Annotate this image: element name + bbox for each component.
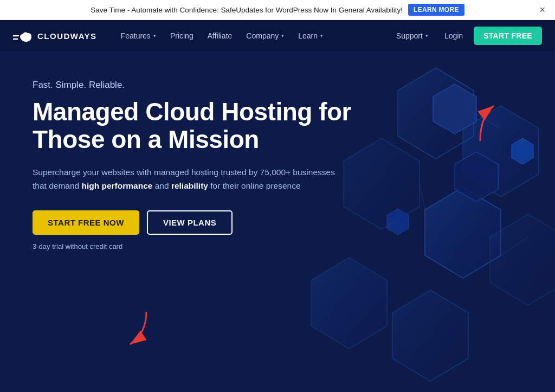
nav-features[interactable]: Features ▾ xyxy=(114,27,163,44)
nav-right: Support ▾ Login START FREE xyxy=(391,27,542,45)
svg-marker-12 xyxy=(392,290,468,381)
nav-affiliate[interactable]: Affiliate xyxy=(201,27,239,44)
trial-note: 3-day trial without credit card xyxy=(33,242,369,250)
hero-description-bold1: high performance xyxy=(81,181,152,190)
cloudways-logo-icon xyxy=(13,28,33,43)
start-free-nav-button[interactable]: START FREE xyxy=(474,27,542,45)
support-chevron-icon: ▾ xyxy=(425,33,428,38)
svg-line-18 xyxy=(420,184,425,210)
nav-company[interactable]: Company ▾ xyxy=(240,27,291,44)
logo-text: CLOUDWAYS xyxy=(37,31,97,41)
nav-pricing[interactable]: Pricing xyxy=(164,27,200,44)
hero-title: Managed Cloud Hosting for Those on a Mis… xyxy=(33,98,369,153)
hero-description: Supercharge your websites with managed h… xyxy=(33,166,336,193)
logo[interactable]: CLOUDWAYS xyxy=(13,28,97,43)
hero-section: Fast. Simple. Reliable. Managed Cloud Ho… xyxy=(0,52,555,392)
hero-content: Fast. Simple. Reliable. Managed Cloud Ho… xyxy=(33,80,369,250)
hero-description-and: and xyxy=(152,181,171,190)
nav-login[interactable]: Login xyxy=(438,27,469,44)
svg-marker-9 xyxy=(425,187,501,278)
announcement-text: Save Time - Automate with Confidence: Sa… xyxy=(91,6,403,14)
hero-description-bold2: reliability xyxy=(171,181,208,190)
start-free-now-button[interactable]: START FREE NOW xyxy=(33,210,139,235)
learn-more-button[interactable]: LEARN MORE xyxy=(408,4,464,16)
close-icon[interactable]: × xyxy=(539,5,545,15)
learn-chevron-icon: ▾ xyxy=(320,33,323,38)
hero-buttons: START FREE NOW VIEW PLANS xyxy=(33,210,369,235)
hero-tagline: Fast. Simple. Reliable. xyxy=(33,80,369,91)
svg-point-5 xyxy=(23,33,28,37)
company-chevron-icon: ▾ xyxy=(281,33,284,38)
nav-links: Features ▾ Pricing Affiliate Company ▾ L… xyxy=(114,27,391,44)
svg-marker-11 xyxy=(311,258,387,349)
features-chevron-icon: ▾ xyxy=(153,33,156,38)
navbar: CLOUDWAYS Features ▾ Pricing Affiliate C… xyxy=(0,20,555,52)
view-plans-button[interactable]: VIEW PLANS xyxy=(147,210,233,235)
announcement-bar: Save Time - Automate with Confidence: Sa… xyxy=(0,0,555,20)
nav-learn[interactable]: Learn ▾ xyxy=(292,27,330,44)
nav-support[interactable]: Support ▾ xyxy=(391,27,434,44)
hero-description-end: for their online presence xyxy=(208,181,301,190)
annotation-arrow-start-free-now xyxy=(119,306,152,350)
